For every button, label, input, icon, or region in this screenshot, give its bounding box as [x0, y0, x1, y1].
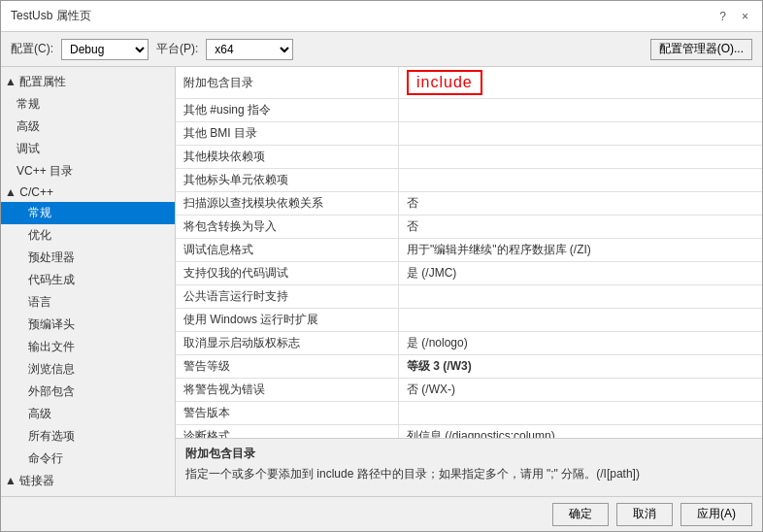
main-window: TestUsb 属性页 ? × 配置(C): Debug 平台(P): x64 …	[0, 0, 763, 532]
table-row[interactable]: 将包含转换为导入否	[176, 216, 762, 239]
table-row[interactable]: 附加包含目录include	[176, 67, 762, 99]
properties-table: 附加包含目录include其他 #using 指令其他 BMI 目录其他模块依赖…	[176, 67, 762, 438]
table-row[interactable]: 其他 #using 指令	[176, 99, 762, 122]
table-row[interactable]: 其他 BMI 目录	[176, 122, 762, 146]
apply-button[interactable]: 应用(A)	[680, 503, 752, 526]
table-row[interactable]: 支持仅我的代码调试是 (/JMC)	[176, 262, 762, 285]
table-row[interactable]: 使用 Windows 运行时扩展	[176, 309, 762, 332]
prop-value: 等级 3 (/W3)	[399, 355, 762, 378]
table-row[interactable]: 调试信息格式用于"编辑并继续"的程序数据库 (/ZI)	[176, 239, 762, 262]
sidebar-item-preprocessor[interactable]: 预处理器	[1, 247, 175, 269]
window-title: TestUsb 属性页	[11, 8, 91, 24]
table-row[interactable]: 取消显示启动版权标志是 (/nologo)	[176, 332, 762, 355]
ok-button[interactable]: 确定	[552, 503, 609, 526]
right-panel: 附加包含目录include其他 #using 指令其他 BMI 目录其他模块依赖…	[176, 67, 762, 496]
prop-value	[399, 169, 762, 191]
table-row[interactable]: 警告版本	[176, 402, 762, 425]
prop-name: 支持仅我的代码调试	[176, 262, 399, 284]
prop-value: 是 (/JMC)	[399, 262, 762, 284]
prop-value: 否	[399, 192, 762, 215]
title-bar-controls: ? ×	[715, 10, 752, 23]
sidebar-item-output-files[interactable]: 输出文件	[1, 336, 175, 358]
prop-name: 附加包含目录	[176, 67, 399, 98]
prop-name: 警告版本	[176, 402, 399, 424]
prop-value: 是 (/nologo)	[399, 332, 762, 354]
sidebar-item-cpp-general[interactable]: 常规	[1, 202, 175, 224]
include-value: include	[407, 70, 482, 95]
sidebar-item-vc-dirs[interactable]: VC++ 目录	[1, 160, 175, 183]
prop-name: 取消显示启动版权标志	[176, 332, 399, 354]
table-row[interactable]: 诊断格式列信息 (/diagnostics:column)	[176, 425, 762, 438]
sidebar-item-cmdline[interactable]: 命令行	[1, 448, 175, 470]
help-button[interactable]: ?	[715, 10, 730, 23]
prop-value	[399, 402, 762, 424]
table-row[interactable]: 扫描源以查找模块依赖关系否	[176, 192, 762, 216]
prop-name: 诊断格式	[176, 425, 399, 438]
sidebar-item-linker[interactable]: ▲ 链接器	[1, 470, 175, 492]
description-text: 指定一个或多个要添加到 include 路径中的目录；如果指定多个，请用 ";"…	[185, 465, 752, 483]
platform-label: 平台(P):	[156, 41, 198, 57]
sidebar-item-language[interactable]: 语言	[1, 291, 175, 314]
sidebar-item-browse-info[interactable]: 浏览信息	[1, 358, 175, 381]
description-title: 附加包含目录	[185, 445, 752, 463]
cancel-button[interactable]: 取消	[616, 503, 673, 526]
table-row[interactable]: 公共语言运行时支持	[176, 285, 762, 309]
table-row[interactable]: 将警告视为错误否 (/WX-)	[176, 379, 762, 402]
sidebar-item-advanced[interactable]: 高级	[1, 116, 175, 138]
config-select[interactable]: Debug	[61, 39, 149, 60]
prop-name: 公共语言运行时支持	[176, 285, 399, 308]
prop-name: 其他模块依赖项	[176, 146, 399, 168]
bottom-bar: 确定 取消 应用(A)	[1, 496, 762, 531]
table-row[interactable]: 其他标头单元依赖项	[176, 169, 762, 192]
sidebar-item-all-options[interactable]: 所有选项	[1, 425, 175, 448]
prop-value: include	[399, 67, 762, 98]
sidebar-item-precomp-headers[interactable]: 预编译头	[1, 314, 175, 336]
prop-value	[399, 146, 762, 168]
table-row[interactable]: 警告等级等级 3 (/W3)	[176, 355, 762, 379]
toolbar: 配置(C): Debug 平台(P): x64 配置管理器(O)...	[1, 32, 762, 67]
config-manager-button[interactable]: 配置管理器(O)...	[650, 39, 752, 60]
close-button[interactable]: ×	[738, 10, 752, 23]
prop-value	[399, 309, 762, 331]
prop-name: 其他标头单元依赖项	[176, 169, 399, 191]
sidebar: ▲ 配置属性常规高级调试VC++ 目录▲ C/C++常规优化预处理器代码生成语言…	[1, 67, 176, 496]
prop-name: 使用 Windows 运行时扩展	[176, 309, 399, 331]
sidebar-item-debug[interactable]: 调试	[1, 138, 175, 160]
description-panel: 附加包含目录 指定一个或多个要添加到 include 路径中的目录；如果指定多个…	[176, 438, 762, 496]
prop-value: 用于"编辑并继续"的程序数据库 (/ZI)	[399, 239, 762, 261]
prop-name: 其他 BMI 目录	[176, 122, 399, 145]
sidebar-item-cpp[interactable]: ▲ C/C++	[1, 183, 175, 202]
platform-select[interactable]: x64	[206, 39, 293, 60]
sidebar-item-codegen[interactable]: 代码生成	[1, 269, 175, 291]
config-label: 配置(C):	[11, 41, 53, 57]
prop-name: 扫描源以查找模块依赖关系	[176, 192, 399, 215]
prop-value: 否 (/WX-)	[399, 379, 762, 401]
table-row[interactable]: 其他模块依赖项	[176, 146, 762, 169]
prop-value: 否	[399, 216, 762, 238]
prop-name: 将包含转换为导入	[176, 216, 399, 238]
title-bar: TestUsb 属性页 ? ×	[1, 1, 762, 32]
sidebar-item-optimization[interactable]: 优化	[1, 224, 175, 247]
sidebar-item-config-props[interactable]: ▲ 配置属性	[1, 71, 175, 93]
prop-value	[399, 285, 762, 308]
prop-value	[399, 99, 762, 121]
prop-name: 将警告视为错误	[176, 379, 399, 401]
prop-name: 调试信息格式	[176, 239, 399, 261]
prop-name: 其他 #using 指令	[176, 99, 399, 121]
prop-value: 列信息 (/diagnostics:column)	[399, 425, 762, 438]
prop-value	[399, 122, 762, 145]
prop-name: 警告等级	[176, 355, 399, 378]
main-content: ▲ 配置属性常规高级调试VC++ 目录▲ C/C++常规优化预处理器代码生成语言…	[1, 67, 762, 496]
sidebar-item-adv[interactable]: 高级	[1, 403, 175, 425]
sidebar-item-external-includes[interactable]: 外部包含	[1, 381, 175, 403]
sidebar-item-general[interactable]: 常规	[1, 93, 175, 116]
